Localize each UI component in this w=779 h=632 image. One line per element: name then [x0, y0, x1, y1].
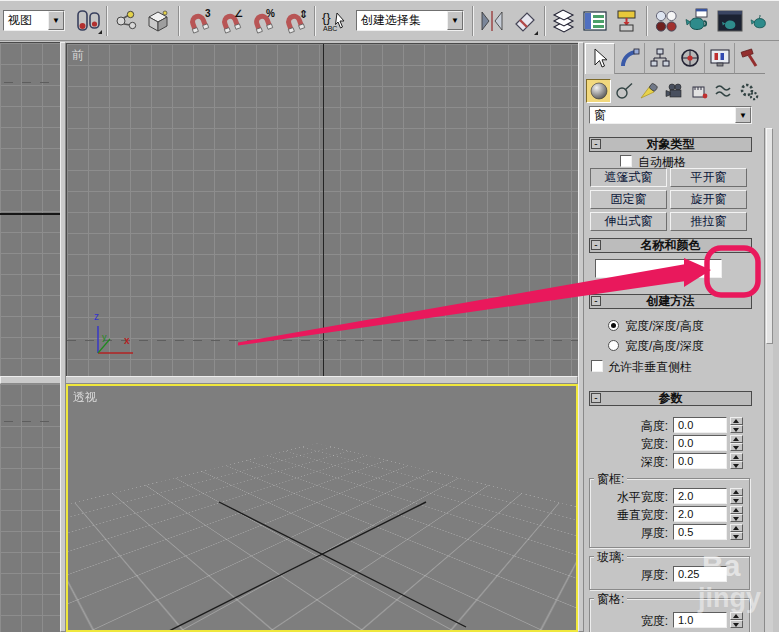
rollout-parameters[interactable]: - 参数	[589, 391, 752, 406]
vert-width-field[interactable]: 2.0	[673, 506, 727, 522]
unlink-selection-button[interactable]	[141, 5, 175, 37]
toolbar-separator	[314, 6, 316, 36]
button-fixed-window[interactable]: 固定窗	[590, 190, 667, 209]
tab-hierarchy[interactable]	[645, 43, 675, 74]
thickness-field[interactable]: 0.5	[673, 524, 727, 540]
allow-nonvertical-jambs-checkbox[interactable]	[591, 360, 603, 372]
schematic-view-button[interactable]	[611, 5, 643, 37]
button-casement-window[interactable]: 平开窗	[670, 168, 747, 187]
category-lights[interactable]	[636, 79, 661, 103]
collapse-icon[interactable]: -	[591, 393, 601, 403]
vert-width-spinner[interactable]	[730, 506, 743, 522]
category-geometry[interactable]	[586, 79, 611, 103]
viewport-splitter-horizontal[interactable]	[0, 376, 578, 384]
button-projected-window[interactable]: 伸出式窗	[590, 212, 667, 231]
named-selection-dropdown-icon[interactable]: ▼	[447, 11, 463, 30]
abc-glyph: ABC	[323, 25, 337, 32]
view-selector-combo[interactable]: 视图 ▼	[3, 10, 65, 31]
category-systems[interactable]	[736, 79, 761, 103]
horiz-width-field[interactable]: 2.0	[673, 488, 727, 504]
tab-modify[interactable]	[615, 43, 645, 74]
tab-motion[interactable]	[675, 43, 705, 74]
width-spinner[interactable]	[730, 435, 743, 451]
axis-y-label: y	[102, 332, 107, 342]
create-categories	[586, 78, 761, 103]
button-casement-window-label: 平开窗	[691, 170, 727, 184]
panel-scrollbar[interactable]	[764, 128, 773, 632]
rollout-parameters-title: 参数	[659, 391, 683, 405]
depth-spinner[interactable]	[730, 453, 743, 469]
button-fixed-window-label: 固定窗	[611, 192, 647, 206]
quick-render-icon	[747, 7, 771, 35]
snap-toggle-3d-button[interactable]: 3	[183, 5, 215, 37]
select-and-link-button[interactable]	[111, 5, 141, 37]
curve-editor-button[interactable]	[579, 5, 611, 37]
tab-display[interactable]	[705, 43, 735, 74]
button-awning-window[interactable]: 遮篷式窗	[590, 168, 667, 187]
named-selection-sets-button[interactable]: {} ABC	[319, 5, 351, 37]
helpers-icon	[689, 81, 709, 101]
category-spacewarps[interactable]	[711, 79, 736, 103]
toolbar-separator	[106, 6, 108, 36]
left-viewport-bottom[interactable]	[0, 384, 60, 632]
glazing-thickness-field[interactable]: 0.25	[673, 566, 727, 582]
percent-snap-button[interactable]: %	[247, 5, 279, 37]
axis-tripod-icon: z x y	[85, 306, 145, 366]
rails-width-field[interactable]: 1.0	[673, 612, 727, 628]
autogrid-checkbox[interactable]	[620, 155, 632, 167]
mirror-icon	[478, 7, 506, 35]
front-viewport[interactable]: 前 z x y	[66, 43, 578, 376]
material-editor-button[interactable]	[651, 5, 681, 37]
category-cameras[interactable]	[661, 79, 686, 103]
category-helpers[interactable]	[686, 79, 711, 103]
horiz-width-spinner[interactable]	[730, 488, 743, 504]
curve-editor-icon	[581, 7, 609, 35]
radio-width-height-depth[interactable]	[608, 340, 619, 351]
align-button[interactable]	[507, 5, 541, 37]
tab-create[interactable]	[585, 43, 615, 74]
radio-width-depth-height[interactable]	[608, 320, 619, 331]
collapse-icon[interactable]: -	[591, 296, 601, 306]
quick-render-button[interactable]	[747, 5, 771, 37]
object-category-dropdown-icon[interactable]: ▼	[735, 107, 751, 123]
collapse-icon[interactable]: -	[591, 240, 601, 250]
collapse-icon[interactable]: -	[591, 139, 601, 149]
grid-axis-line	[0, 213, 60, 215]
named-selection-combo[interactable]: 创建选择集 ▼	[356, 10, 464, 31]
shapes-icon	[614, 81, 634, 101]
layer-manager-button[interactable]	[549, 5, 579, 37]
width-field[interactable]: 0.0	[673, 435, 727, 451]
rails-width-spinner[interactable]	[730, 612, 743, 628]
render-setup-icon	[683, 7, 711, 35]
object-name-input[interactable]	[595, 259, 722, 278]
tab-utilities[interactable]	[735, 43, 765, 74]
main-toolbar: 视图 ▼	[0, 0, 779, 41]
depth-label: 深度:	[641, 454, 668, 471]
render-frame-button[interactable]	[713, 5, 747, 37]
view-combo-dropdown-icon[interactable]: ▼	[48, 11, 64, 30]
thickness-spinner[interactable]	[730, 524, 743, 540]
render-setup-button[interactable]	[681, 5, 713, 37]
category-shapes[interactable]	[611, 79, 636, 103]
perspective-viewport[interactable]: 透视	[66, 384, 578, 632]
rollout-object-type[interactable]: - 对象类型	[589, 137, 752, 152]
angle-snap-button[interactable]: ∠	[215, 5, 247, 37]
button-pivoted-window[interactable]: 旋开窗	[670, 190, 747, 209]
left-viewport-top[interactable]	[0, 42, 60, 377]
height-field[interactable]: 0.0	[673, 417, 727, 433]
rollout-creation-method-title: 创建方法	[647, 294, 695, 308]
height-spinner[interactable]	[730, 417, 743, 433]
render-frame-icon	[716, 7, 744, 35]
window-crossing-toggle-button[interactable]	[73, 5, 103, 37]
depth-field[interactable]: 0.0	[673, 453, 727, 469]
panel-scrollbar-thumb[interactable]	[766, 128, 773, 344]
rollout-name-color[interactable]: - 名称和颜色	[589, 238, 752, 253]
mirror-button[interactable]	[477, 5, 507, 37]
toolbar-separator	[544, 6, 546, 36]
spinner-snap-button[interactable]: ⇕	[279, 5, 311, 37]
object-category-dropdown[interactable]: 窗 ▼	[589, 106, 752, 124]
rollout-creation-method[interactable]: - 创建方法	[589, 294, 752, 309]
utilities-tab-icon	[739, 46, 761, 70]
button-sliding-window[interactable]: 推拉窗	[670, 212, 747, 231]
display-tab-icon	[709, 46, 731, 70]
